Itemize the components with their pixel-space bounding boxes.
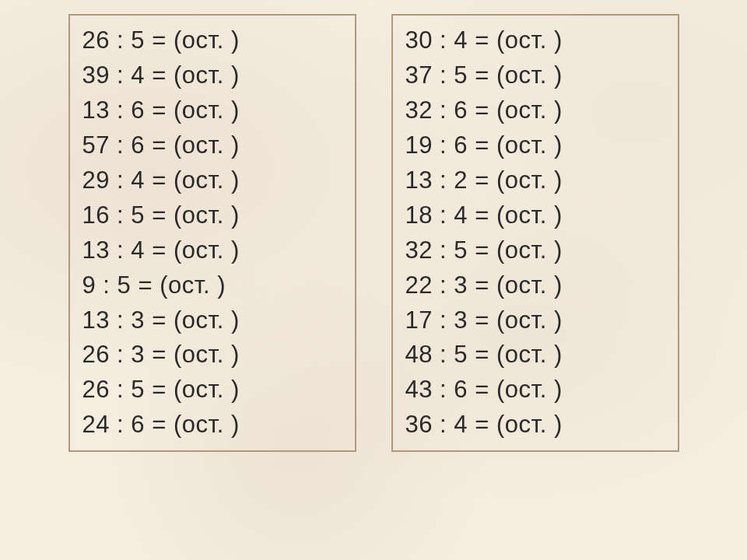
problem-row: 48 : 5 = (ост. ) <box>405 338 662 373</box>
problem-row: 16 : 5 = (ост. ) <box>82 198 339 233</box>
problem-row: 24 : 6 = (ост. ) <box>82 408 339 443</box>
left-problem-panel: 26 : 5 = (ост. ) 39 : 4 = (ост. ) 13 : 6… <box>68 14 356 452</box>
problem-row: 57 : 6 = (ост. ) <box>82 128 339 163</box>
problem-row: 22 : 3 = (ост. ) <box>405 268 662 303</box>
problem-row: 32 : 5 = (ост. ) <box>405 233 662 268</box>
right-problem-panel: 30 : 4 = (ост. ) 37 : 5 = (ост. ) 32 : 6… <box>391 14 679 452</box>
problem-row: 29 : 4 = (ост. ) <box>82 163 339 198</box>
problem-row: 26 : 3 = (ост. ) <box>82 338 339 373</box>
problem-row: 26 : 5 = (ост. ) <box>82 373 339 408</box>
problem-row: 32 : 6 = (ост. ) <box>405 93 662 128</box>
problem-row: 36 : 4 = (ост. ) <box>405 408 662 443</box>
problem-row: 43 : 6 = (ост. ) <box>405 373 662 408</box>
problem-row: 26 : 5 = (ост. ) <box>82 23 339 58</box>
problem-row: 18 : 4 = (ост. ) <box>405 198 662 233</box>
problem-row: 39 : 4 = (ост. ) <box>82 58 339 93</box>
problem-row: 13 : 3 = (ост. ) <box>82 303 339 338</box>
problem-row: 30 : 4 = (ост. ) <box>405 23 662 58</box>
problem-row: 19 : 6 = (ост. ) <box>405 128 662 163</box>
problem-row: 17 : 3 = (ост. ) <box>405 303 662 338</box>
problem-row: 13 : 6 = (ост. ) <box>82 93 339 128</box>
problem-row: 13 : 4 = (ост. ) <box>82 233 339 268</box>
problem-row: 9 : 5 = (ост. ) <box>82 268 339 303</box>
problem-row: 37 : 5 = (ост. ) <box>405 58 662 93</box>
problem-row: 13 : 2 = (ост. ) <box>405 163 662 198</box>
